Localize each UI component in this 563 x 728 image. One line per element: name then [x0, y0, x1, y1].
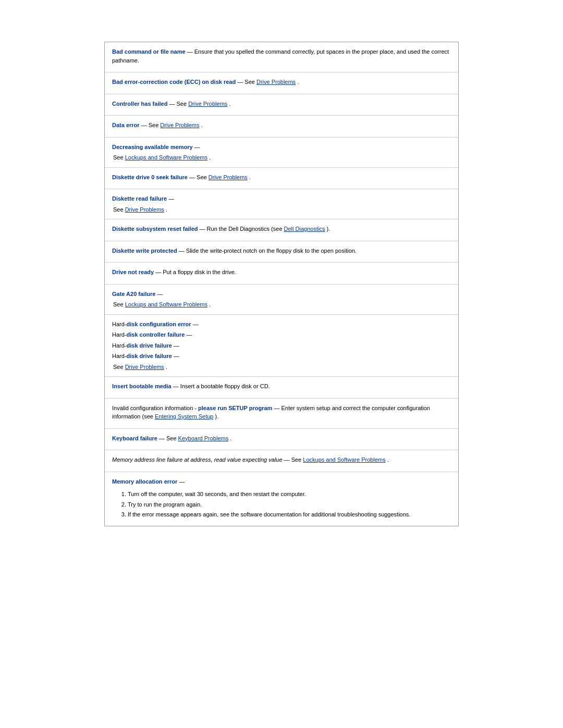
entry-diskette-read-after: . [166, 206, 167, 213]
entry-memory-allocation-title: Memory allocation error [112, 478, 177, 485]
entry-invalid-config-title: please run SETUP program [198, 405, 272, 411]
entry-memory-allocation-title-line: Memory allocation error — [112, 477, 451, 486]
entry-controller-link[interactable]: Drive Problems [188, 101, 227, 107]
entry-diskette-seek-dash: — [189, 174, 197, 180]
entry-diskette-subsystem-after: ). [327, 226, 331, 232]
entry-diskette-write-title: Diskette write protected [112, 248, 177, 254]
entry-keyboard-failure-text: Keyboard failure — See Keyboard Problems… [112, 434, 451, 443]
entry-diskette-write-dash: — [179, 248, 186, 254]
entry-memory-address-text: Memory address line failure at address, … [112, 455, 451, 464]
entry-data-error: Data error — See Drive Problems . [105, 116, 458, 138]
entry-gate-a20-title-line: Gate A20 failure — [112, 290, 451, 299]
entry-keyboard-failure-dash: — [159, 435, 166, 441]
entry-decreasing-memory-title-line: Decreasing available memory — [112, 143, 451, 152]
entry-diskette-seek-link[interactable]: Drive Problems [209, 174, 248, 180]
entry-controller-body: See [176, 101, 188, 107]
entry-diskette-subsystem: Diskette subsystem reset failed — Run th… [105, 219, 458, 241]
entry-diskette-seek-body: See [197, 174, 209, 180]
entry-invalid-config-prefix: Invalid configuration information - [112, 405, 198, 411]
entry-diskette-subsystem-title: Diskette subsystem reset failed [112, 226, 198, 232]
entry-gate-a20-dash: — [157, 291, 163, 297]
entry-data-error-title: Data error [112, 122, 140, 128]
entry-decreasing-memory-title: Decreasing available memory [112, 144, 193, 150]
entry-decreasing-memory-after: . [209, 154, 211, 161]
entry-diskette-subsystem-link[interactable]: Dell Diagnostics [284, 226, 325, 232]
entry-gate-a20-link[interactable]: Lockups and Software Problems [125, 301, 207, 307]
entry-diskette-subsystem-text: Diskette subsystem reset failed — Run th… [112, 225, 451, 233]
entry-keyboard-failure-after: . [230, 435, 231, 441]
entry-hard-disk-drive2-line: Hard-disk drive failure — [112, 352, 451, 361]
entry-decreasing-memory: Decreasing available memory — See Lockup… [105, 138, 458, 168]
entry-memory-allocation-sub: Turn off the computer, wait 30 seconds, … [112, 490, 451, 519]
entry-memory-address-title: Memory address line failure at address, … [112, 456, 283, 463]
entry-insert-bootable-dash: — [173, 383, 180, 389]
entry-memory-address-link[interactable]: Lockups and Software Problems [303, 456, 385, 463]
entry-hard-disk-prefix4: Hard- [112, 353, 127, 359]
entry-diskette-read-sub: See Drive Problems . [112, 205, 451, 214]
entry-hard-disk-group: Hard-disk configuration error — Hard-dis… [105, 315, 458, 377]
entry-controller-dash: — [169, 101, 176, 107]
entry-hard-disk-drive1-line: Hard-disk drive failure — [112, 341, 451, 350]
entry-hard-disk-config-dash: — [191, 321, 199, 327]
entry-data-error-link[interactable]: Drive Problems [160, 122, 199, 128]
main-content: Bad command or file name — Ensure that y… [104, 42, 459, 526]
entry-invalid-config-after: ). [215, 413, 219, 419]
entry-bad-command-title: Bad command or file name [112, 48, 186, 55]
entry-invalid-config: Invalid configuration information - plea… [105, 399, 458, 429]
entry-invalid-config-link[interactable]: Entering System Setup [155, 413, 214, 419]
entry-decreasing-memory-sub: See Lockups and Software Problems . [112, 153, 451, 162]
entry-diskette-read-title-line: Diskette read failure — [112, 194, 451, 203]
entry-bad-ecc: Bad error-correction code (ECC) on disk … [105, 72, 458, 94]
entry-hard-disk-controller-line: Hard-disk controller failure — [112, 330, 451, 339]
entry-memory-allocation-step2: Try to run the program again. [128, 500, 451, 509]
entry-memory-allocation-step3-text: If the error message appears again, see … [128, 511, 410, 517]
entry-bad-ecc-link[interactable]: Drive Problems [256, 79, 296, 85]
entry-memory-address-dash: — [284, 456, 291, 463]
entry-diskette-read-see: See [113, 206, 125, 213]
entry-diskette-subsystem-body: Run the Dell Diagnostics (see [207, 226, 284, 232]
entry-drive-not-ready-body: Put a floppy disk in the drive. [163, 269, 236, 275]
entry-data-error-dash: — [141, 122, 149, 128]
entry-memory-allocation-step3: If the error message appears again, see … [128, 510, 451, 519]
entry-hard-disk-prefix2: Hard- [112, 331, 127, 338]
entry-hard-disk-drive1-title: disk drive failure [127, 342, 172, 349]
entry-bad-command: Bad command or file name — Ensure that y… [105, 42, 458, 72]
entry-controller-after: . [229, 101, 230, 107]
entry-hard-disk-link[interactable]: Drive Problems [125, 364, 164, 370]
entry-hard-disk-controller-dash: — [185, 331, 192, 338]
entry-bad-ecc-after: . [297, 79, 299, 85]
entry-data-error-body: See [149, 122, 161, 128]
entry-bad-ecc-text: Bad error-correction code (ECC) on disk … [112, 78, 451, 87]
entry-controller-failed: Controller has failed — See Drive Proble… [105, 94, 458, 116]
entry-hard-disk-after: . [166, 364, 167, 370]
entry-insert-bootable-body: Insert a bootable floppy disk or CD. [180, 383, 270, 389]
entry-diskette-read-dash: — [168, 195, 174, 202]
entry-diskette-seek: Diskette drive 0 seek failure — See Driv… [105, 168, 458, 190]
entry-memory-allocation: Memory allocation error — Turn off the c… [105, 472, 458, 526]
entry-diskette-write: Diskette write protected — Slide the wri… [105, 241, 458, 263]
entry-data-error-after: . [201, 122, 203, 128]
entry-bad-ecc-dash: — [237, 79, 244, 85]
entry-insert-bootable: Insert bootable media — Insert a bootabl… [105, 377, 458, 399]
entry-decreasing-memory-link[interactable]: Lockups and Software Problems [125, 154, 207, 161]
entry-diskette-read: Diskette read failure — See Drive Proble… [105, 189, 458, 219]
entry-memory-allocation-step1: Turn off the computer, wait 30 seconds, … [128, 490, 451, 499]
entry-invalid-config-text: Invalid configuration information - plea… [112, 404, 451, 421]
entry-hard-disk-drive2-title: disk drive failure [127, 353, 172, 359]
entry-hard-disk-sub: See Drive Problems . [112, 363, 451, 372]
entry-diskette-read-title: Diskette read failure [112, 195, 167, 202]
entry-keyboard-failure-body: See [166, 435, 178, 441]
entry-insert-bootable-text: Insert bootable media — Insert a bootabl… [112, 382, 451, 391]
entry-drive-not-ready: Drive not ready — Put a floppy disk in t… [105, 263, 458, 285]
entry-memory-allocation-steps: Turn off the computer, wait 30 seconds, … [128, 490, 451, 519]
entry-diskette-read-link[interactable]: Drive Problems [125, 206, 164, 213]
entry-data-error-text: Data error — See Drive Problems . [112, 121, 451, 130]
entry-memory-allocation-step2-text: Try to run the program again. [128, 501, 202, 508]
entry-gate-a20: Gate A20 failure — See Lockups and Softw… [105, 285, 458, 315]
entry-hard-disk-drive2-dash: — [172, 353, 179, 359]
entry-keyboard-failure-link[interactable]: Keyboard Problems [178, 435, 229, 441]
entry-hard-disk-see: See [113, 364, 125, 370]
entry-keyboard-failure-title: Keyboard failure [112, 435, 157, 441]
entry-gate-a20-after: . [209, 301, 211, 307]
entry-bad-command-text: Bad command or file name — Ensure that y… [112, 47, 451, 65]
